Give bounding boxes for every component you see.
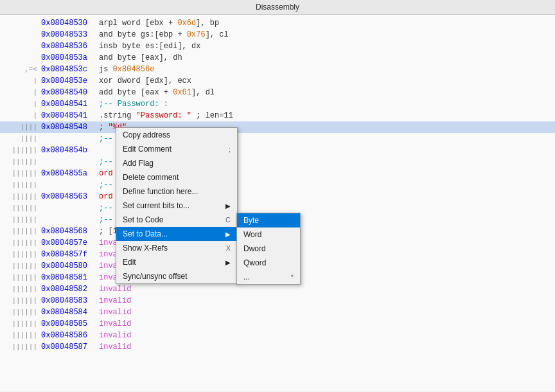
menu-item-show-xrefs[interactable]: Show X-Refs X	[116, 241, 237, 255]
code-line: |||||| ;-- "Pa	[0, 179, 555, 191]
gutter: ||||||	[3, 158, 41, 166]
address	[41, 215, 99, 224]
submenu-arrow-icon: ▶	[225, 202, 231, 209]
address: 0x08048530	[41, 19, 99, 28]
menu-label: Set current bits to...	[123, 201, 189, 210]
gutter: ||||||	[3, 147, 41, 154]
address	[41, 134, 99, 143]
address: 0x08048581	[41, 273, 99, 282]
menu-label: Edit Comment	[123, 145, 172, 154]
submenu-item-qword[interactable]: Qword	[237, 256, 300, 270]
menu-item-set-current-bits[interactable]: Set current bits to... ▶	[116, 199, 237, 213]
menu-item-edit[interactable]: Edit ▶	[116, 255, 237, 269]
address: 0x08048583	[41, 296, 99, 305]
menu-label: Copy address	[123, 130, 170, 139]
menu-label: Set to Code	[123, 215, 163, 224]
gutter: ||||	[3, 135, 41, 143]
instruction: invalid	[99, 296, 131, 305]
menu-item-copy-address[interactable]: Copy address	[116, 128, 237, 142]
gutter: ||||||	[3, 239, 41, 247]
address: 0x0804854b	[41, 146, 99, 155]
submenu-label: Qword	[243, 258, 266, 267]
address: 0x08048541	[41, 100, 99, 109]
gutter: |	[3, 112, 41, 120]
menu-label: Set to Data...	[123, 229, 168, 238]
menu-item-delete-comment[interactable]: Delete comment	[116, 170, 237, 184]
window-title: Disassembly	[256, 3, 299, 12]
address: 0x08048568	[41, 227, 99, 236]
menu-item-set-to-code[interactable]: Set to Code C	[116, 213, 237, 227]
gutter: ||||||	[3, 308, 41, 316]
gutter	[3, 31, 41, 39]
submenu-set-to-data: Byte Word Dword Qword ... *	[236, 213, 301, 285]
instruction: arpl word [ebx + 0x6d], bp	[99, 19, 219, 28]
address	[41, 157, 99, 166]
address: 0x0804853c	[41, 65, 99, 74]
code-line: | 0x08048541 .string "Password: " ; len=…	[0, 110, 555, 121]
gutter: ||||||	[3, 274, 41, 281]
code-line: |||||| 0x08048587 invalid	[0, 341, 555, 353]
address: 0x0804853e	[41, 76, 99, 85]
address: 0x08048541	[41, 111, 99, 120]
instruction: invalid	[99, 319, 131, 328]
instruction: and byte [eax], dh	[99, 53, 182, 62]
menu-item-set-to-data[interactable]: Set to Data... ▶	[116, 227, 237, 241]
submenu-label: Byte	[243, 216, 259, 225]
menu-label: Edit	[123, 258, 136, 267]
gutter: ||||||	[3, 193, 41, 200]
code-line: |||||| 0x08048582 invalid	[0, 283, 555, 295]
address: 0x08048563	[41, 192, 99, 201]
menu-item-edit-comment[interactable]: Edit Comment ;	[116, 142, 237, 156]
menu-item-define-function[interactable]: Define function here...	[116, 184, 237, 199]
address: 0x0804853a	[41, 53, 99, 62]
address: 0x0804855a	[41, 169, 99, 178]
gutter: ||||||	[3, 262, 41, 270]
menu-label: Add Flag	[123, 159, 154, 168]
submenu-item-word[interactable]: Word	[237, 227, 300, 242]
address: 0x08048548	[41, 123, 99, 132]
gutter: ||||||	[3, 285, 41, 293]
gutter: ||||||	[3, 332, 41, 339]
address: 0x08048580	[41, 262, 99, 271]
code-line: | 0x08048541 ;-- Password: :	[0, 98, 555, 110]
menu-label: Show X-Refs	[123, 244, 168, 253]
address: 0x08048586	[41, 331, 99, 340]
code-line: | 0x0804853e xor dword [edx], ecx	[0, 75, 555, 87]
code-line: |||| ;-- "Inv	[0, 133, 555, 145]
address: 0x0804857e	[41, 238, 99, 247]
address: 0x08048582	[41, 285, 99, 294]
instruction: invalid	[99, 343, 131, 352]
submenu-item-ellipsis[interactable]: ... *	[237, 270, 300, 284]
gutter: ||||	[3, 123, 41, 131]
address	[41, 204, 99, 213]
submenu-arrow-icon: ▶	[225, 259, 231, 266]
code-line: 0x08048536 insb byte es:[edi], dx	[0, 40, 555, 52]
address: 0x08048587	[41, 343, 99, 352]
submenu-item-byte[interactable]: Byte	[237, 213, 300, 227]
instruction: invalid	[99, 285, 131, 294]
submenu-label: Word	[243, 230, 261, 239]
gutter: ||||||	[3, 343, 41, 351]
instruction: invalid	[99, 308, 131, 317]
gutter: ||||||	[3, 181, 41, 189]
code-line: |||||| 0x0804855a ord Password!\n" ; len…	[0, 168, 555, 179]
gutter: ||||||	[3, 297, 41, 305]
menu-item-add-flag[interactable]: Add Flag	[116, 156, 237, 170]
gutter: |	[3, 100, 41, 108]
code-line: |||||| 0x0804854b	[0, 145, 555, 156]
menu-shortcut: X	[226, 244, 231, 252]
code-line: 0x08048530 arpl word [ebx + 0x6d], bp	[0, 17, 555, 29]
instruction: ;-- Password: :	[99, 100, 168, 109]
menu-label: Delete comment	[123, 173, 179, 182]
code-line: |||||| 0x08048583 invalid	[0, 295, 555, 307]
gutter: ,=<	[3, 66, 41, 73]
address: 0x08048536	[41, 42, 99, 51]
address: 0x0804857f	[41, 250, 99, 259]
address	[41, 181, 99, 190]
menu-item-sync-unsync[interactable]: Sync/unsync offset	[116, 269, 237, 283]
instruction: and byte gs:[ebp + 0x76], cl	[99, 30, 229, 39]
gutter: |	[3, 77, 41, 85]
submenu-item-dword[interactable]: Dword	[237, 242, 300, 256]
code-line: |||||| 0x08048586 invalid	[0, 330, 555, 341]
title-bar: Disassembly	[0, 0, 555, 15]
